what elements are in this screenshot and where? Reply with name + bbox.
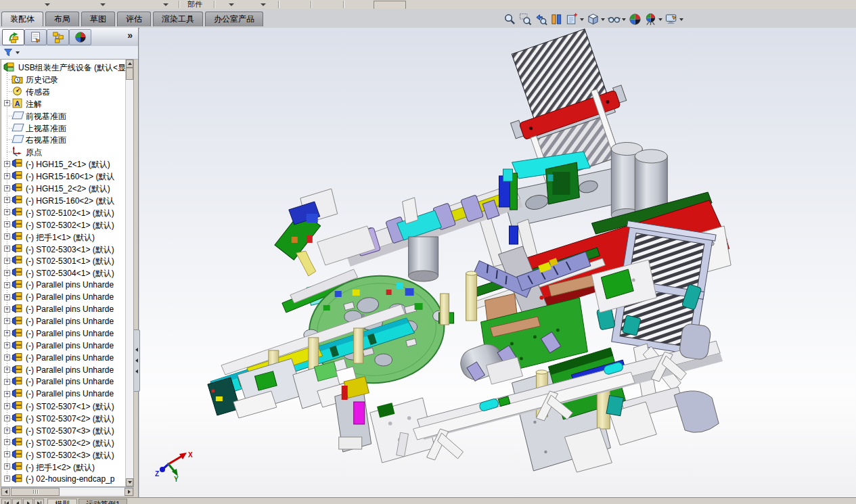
toolbar-dropdown-caret[interactable] [229,3,234,9]
expand-toggle[interactable]: + [4,476,10,482]
filter-funnel-icon[interactable] [3,48,13,58]
expand-toggle[interactable]: + [4,379,10,385]
toolbar-dropdown-caret[interactable] [163,3,168,9]
tree-item[interactable]: +(-) 把手1<2> (默认) [1,461,125,473]
expand-toggle[interactable]: + [4,306,10,313]
command-tab[interactable]: 办公室产品 [205,12,263,26]
expand-toggle[interactable]: + [4,342,10,348]
filter-dropdown-caret[interactable] [16,51,20,56]
expand-toggle[interactable]: + [4,451,10,457]
command-tab[interactable]: 草图 [81,12,115,26]
expand-toggle[interactable]: + [4,258,10,264]
tree-item[interactable]: +(-) 02-housing-endcap_p [1,473,125,485]
scrollbar-thumb[interactable] [11,488,60,496]
scroll-down-button[interactable] [126,478,133,486]
edit-appearance-button[interactable] [629,13,641,26]
tree-item[interactable]: +(-) HGH15_2<1> (默认) [1,158,125,170]
component-toolbar-label[interactable]: 部件 [187,0,202,9]
tree-item[interactable]: +(-) Parallel pins Unharde [1,375,125,388]
tree-item[interactable]: +(-) HGR15-160<2> (默认 [1,194,125,206]
tree-item[interactable]: +(-) Parallel pins Unharde [1,279,125,291]
toolbar-dropdown-caret[interactable] [100,3,106,9]
expand-toggle[interactable]: + [4,282,10,288]
display-manager-tab[interactable] [69,29,91,45]
tree-item[interactable]: +A注解 [1,97,125,110]
tree-item[interactable]: +(-) ST02-5102<1> (默认) [1,206,125,219]
command-tab[interactable]: 渲染工具 [153,12,203,26]
document-tab[interactable]: 模型 [47,499,77,504]
command-tab[interactable]: 评估 [117,12,151,26]
tree-item[interactable]: +(-) ST02-5302<1> (默认) [1,219,125,231]
tree-item[interactable]: +(-) 把手1<1> (默认) [1,231,125,243]
scroll-right-button[interactable] [125,488,133,496]
assembly-3d-view[interactable]: X Y Z [139,28,856,497]
scroll-left-button[interactable] [1,488,10,496]
dropdown-caret-icon[interactable] [658,18,662,23]
expand-toggle[interactable]: + [4,185,10,191]
section-view-button[interactable] [550,13,563,26]
expand-toggle[interactable]: + [4,367,10,373]
display-style-button[interactable] [587,13,605,26]
expand-toggle[interactable]: + [4,463,10,469]
tree-vertical-scrollbar[interactable] [125,60,133,486]
feature-manager-tab[interactable] [2,29,24,45]
tree-item[interactable]: 原点 [1,145,125,158]
zoom-to-fit-button[interactable] [503,13,516,26]
command-tab[interactable]: 布局 [45,12,79,26]
command-tab[interactable]: 装配体 [1,12,43,26]
tree-item[interactable]: +(-) HGH15_2<2> (默认) [1,182,125,194]
scrollbar-thumb[interactable] [126,68,133,80]
dropdown-caret-icon[interactable] [580,18,584,23]
expand-toggle[interactable]: + [4,246,10,252]
toolbar-dropdown-caret[interactable] [261,3,266,9]
tree-item[interactable]: +(-) ST02-5302<2> (默认) [1,436,125,449]
tree-item[interactable]: +(-) Parallel pins Unharde [1,352,125,364]
expand-toggle[interactable]: + [4,415,10,421]
property-manager-tab[interactable] [24,29,47,45]
tree-item[interactable]: +(-) Parallel pins Unharde [1,291,125,303]
scroll-up-button[interactable] [126,60,133,68]
apply-scene-button[interactable] [644,13,662,26]
hide-show-items-button[interactable] [608,13,626,26]
tree-item[interactable]: 右视基准面 [1,133,125,145]
previous-view-button[interactable] [535,13,547,26]
tree-item[interactable]: +(-) ST02-5302<3> (默认) [1,449,125,461]
tree-item[interactable]: +(-) Parallel pins Unharde [1,364,125,376]
expand-toggle[interactable]: + [4,173,10,179]
panel-overflow-button[interactable]: » [127,30,133,41]
tree-item[interactable]: +(-) ST02-5307<1> (默认) [1,400,125,412]
tree-item[interactable]: +(-) Parallel pins Unharde [1,388,125,400]
dropdown-caret-icon[interactable] [601,18,605,23]
zoom-to-area-button[interactable] [519,13,532,26]
expand-toggle[interactable]: + [4,428,10,434]
expand-toggle[interactable]: + [4,209,10,215]
expand-toggle[interactable]: + [4,221,10,227]
tree-item[interactable]: 前视基准面 [1,110,125,122]
expand-toggle[interactable]: + [4,233,10,239]
tree-item[interactable]: +(-) Parallel pins Unharde [1,327,125,340]
tree-item[interactable]: 历史记录 [1,73,125,85]
view-orientation-button[interactable] [566,13,584,26]
tree-item[interactable]: +(-) Parallel pins Unharde [1,340,125,352]
tree-item[interactable]: +(-) HGR15-160<1> (默认 [1,170,125,182]
document-tab[interactable]: 运动算例1 [78,499,127,504]
view-settings-button[interactable] [665,13,683,26]
tree-item[interactable]: +(-) Parallel pins Unharde [1,303,125,315]
tree-item[interactable]: +(-) ST02-5307<2> (默认) [1,412,125,424]
first-tab-button[interactable] [1,499,12,504]
expand-toggle[interactable]: + [4,318,10,324]
expand-toggle[interactable]: + [4,354,10,361]
expand-toggle[interactable]: + [4,439,10,445]
tree-item[interactable]: 传感器 [1,85,125,97]
panel-splitter-handle[interactable] [134,329,140,392]
expand-toggle[interactable]: + [4,403,10,409]
tree-item[interactable]: +(-) ST02-5307<3> (默认) [1,424,125,436]
tree-item[interactable]: +(-) ST02-5303<1> (默认) [1,243,125,255]
expand-toggle[interactable]: + [4,330,10,336]
expand-toggle[interactable]: + [4,100,10,106]
dropdown-caret-icon[interactable] [622,18,626,23]
tree-item[interactable]: 上视基准面 [1,122,125,134]
previous-tab-button[interactable] [12,499,22,504]
tree-item[interactable]: +(-) ST02-5301<1> (默认) [1,254,125,267]
expand-toggle[interactable]: + [4,294,10,300]
